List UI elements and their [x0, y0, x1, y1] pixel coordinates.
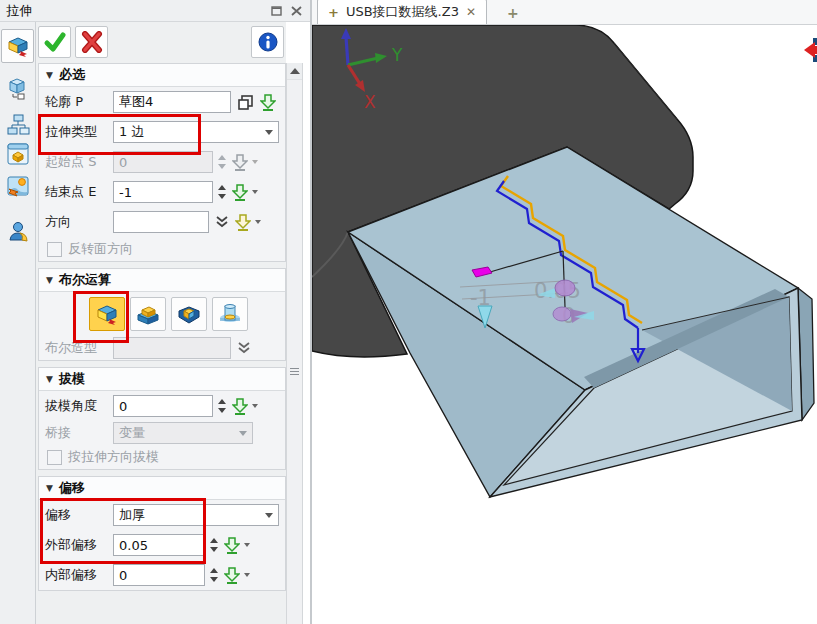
draft-angle-caret-icon[interactable]	[252, 404, 258, 411]
direction-pick-icon[interactable]	[235, 214, 251, 231]
boolean-remove-button[interactable]	[171, 297, 207, 331]
end-point-spinner[interactable]	[218, 185, 226, 199]
direction-field[interactable]	[113, 211, 209, 233]
history-tree-icon[interactable]	[4, 111, 32, 139]
section-draft: ▼ 拔模 拔模角度 桥接 变量	[38, 367, 286, 470]
draft-angle-spinner[interactable]	[218, 399, 226, 413]
profile-field[interactable]	[113, 91, 231, 113]
boolean-add-button[interactable]	[130, 297, 166, 331]
profile-input[interactable]	[119, 95, 225, 110]
boolean-shape-input	[119, 341, 225, 356]
start-point-row: 起始点 S	[39, 147, 285, 177]
user-role-icon[interactable]	[4, 217, 32, 245]
inner-offset-handle-sphere[interactable]	[553, 307, 571, 321]
draft-by-direction-row: 按拉伸方向拔模	[39, 445, 285, 469]
inner-offset-field[interactable]	[113, 564, 205, 586]
extrude-options-panel: ▼ 必选 轮廓 P 拉伸类型	[36, 22, 286, 624]
outer-offset-pick-icon[interactable]	[224, 537, 240, 554]
pick-from-list-icon[interactable]	[260, 94, 276, 111]
offset-type-dropdown[interactable]: 加厚	[113, 504, 279, 526]
outer-offset-label: 外部偏移	[45, 536, 109, 554]
section-required-title: 必选	[59, 66, 85, 84]
new-tab-button[interactable]: +	[501, 5, 525, 24]
direction-input[interactable]	[119, 215, 203, 230]
tab-usb-document[interactable]: + USB接口数据线.Z3 ✕	[317, 0, 487, 24]
bridge-row: 桥接 变量	[39, 421, 285, 445]
render-image-icon[interactable]	[4, 172, 32, 200]
boolean-shape-label: 布尔造型	[45, 339, 109, 357]
start-point-label: 起始点 S	[45, 153, 109, 171]
section-offset-header[interactable]: ▼ 偏移	[39, 477, 285, 500]
boolean-buttons-row	[39, 292, 285, 336]
cancel-button[interactable]	[75, 26, 108, 58]
close-panel-icon[interactable]	[288, 4, 304, 18]
extrude-tool-icon[interactable]	[1, 29, 34, 63]
copy-profile-icon[interactable]	[237, 94, 254, 111]
chevron-down-icon	[239, 431, 247, 440]
panel-scrollbar[interactable]	[286, 63, 303, 624]
inner-offset-label: 内部偏移	[45, 566, 109, 584]
inner-offset-caret-icon[interactable]	[244, 573, 250, 580]
end-point-field[interactable]	[113, 181, 213, 203]
end-point-row: 结束点 E	[39, 177, 285, 207]
outer-offset-field[interactable]	[113, 534, 205, 556]
end-point-input[interactable]	[119, 185, 207, 200]
part-window-icon[interactable]	[4, 140, 32, 168]
section-draft-title: 拔模	[59, 370, 85, 388]
inner-offset-spinner[interactable]	[210, 568, 218, 582]
outer-offset-input[interactable]	[119, 538, 199, 553]
extrude-type-value: 1 边	[119, 123, 144, 141]
panel-resize-grip[interactable]	[290, 366, 299, 377]
end-point-pick-icon[interactable]	[232, 184, 248, 201]
outer-offset-caret-icon[interactable]	[244, 543, 250, 550]
offset-highlight-group: 偏移 加厚 外部偏移	[39, 500, 285, 560]
tab-plus-icon: +	[328, 5, 339, 20]
extrude-type-label: 拉伸类型	[45, 123, 109, 141]
tab-label: USB接口数据线.Z3	[346, 3, 459, 21]
edge-marker-icon[interactable]	[804, 38, 817, 62]
extrude-type-dropdown[interactable]: 1 边	[113, 121, 279, 143]
start-point-caret-icon	[252, 160, 258, 167]
direction-caret-icon[interactable]	[255, 220, 261, 227]
collapse-icon: ▼	[46, 275, 53, 285]
inner-offset-input[interactable]	[119, 568, 199, 583]
info-button[interactable]	[251, 26, 284, 58]
offset-type-row: 偏移 加厚	[39, 500, 285, 530]
reverse-face-checkbox	[47, 242, 62, 257]
direction-label: 方向	[45, 213, 109, 231]
section-required-header[interactable]: ▼ 必选	[39, 64, 285, 87]
inner-offset-pick-icon[interactable]	[224, 567, 240, 584]
section-offset: ▼ 偏移 偏移 加厚 外部偏移	[38, 476, 286, 591]
draft-by-direction-checkbox	[47, 450, 62, 465]
scroll-up-icon[interactable]	[287, 63, 302, 80]
reverse-face-row: 反转面方向	[39, 237, 285, 261]
end-point-caret-icon[interactable]	[252, 190, 258, 197]
outer-offset-handle-sphere[interactable]	[555, 280, 575, 296]
draft-angle-input[interactable]	[119, 399, 207, 414]
section-offset-title: 偏移	[59, 479, 85, 497]
tab-close-icon[interactable]: ✕	[466, 5, 476, 19]
boolean-base-button[interactable]	[89, 297, 125, 331]
reverse-face-label: 反转面方向	[68, 240, 133, 258]
offset-type-label: 偏移	[45, 506, 109, 524]
boolean-intersect-button[interactable]	[212, 297, 248, 331]
bridge-dropdown: 变量	[113, 422, 253, 444]
draft-angle-field[interactable]	[113, 395, 213, 417]
panel-titlebar: 拉伸	[0, 0, 310, 22]
bridge-label: 桥接	[45, 424, 109, 442]
confirm-button[interactable]	[38, 26, 71, 58]
expand-options-icon[interactable]	[215, 215, 229, 229]
section-boolean-header[interactable]: ▼ 布尔运算	[39, 269, 285, 292]
draft-by-direction-label: 按拉伸方向拔模	[68, 448, 159, 466]
float-panel-icon[interactable]	[268, 4, 284, 18]
boolean-expand-icon[interactable]	[237, 341, 251, 355]
start-point-spinner	[218, 155, 226, 169]
boolean-shape-row: 布尔造型	[39, 336, 285, 360]
draft-angle-pick-icon[interactable]	[232, 398, 248, 415]
section-draft-header[interactable]: ▼ 拔模	[39, 368, 285, 391]
3d-viewport[interactable]: -1 0.05 0 Y X	[312, 25, 817, 624]
inner-offset-row: 内部偏移	[39, 560, 285, 590]
outer-offset-spinner[interactable]	[210, 538, 218, 552]
wireframe-display-icon[interactable]	[4, 74, 32, 102]
end-point-label: 结束点 E	[45, 183, 109, 201]
